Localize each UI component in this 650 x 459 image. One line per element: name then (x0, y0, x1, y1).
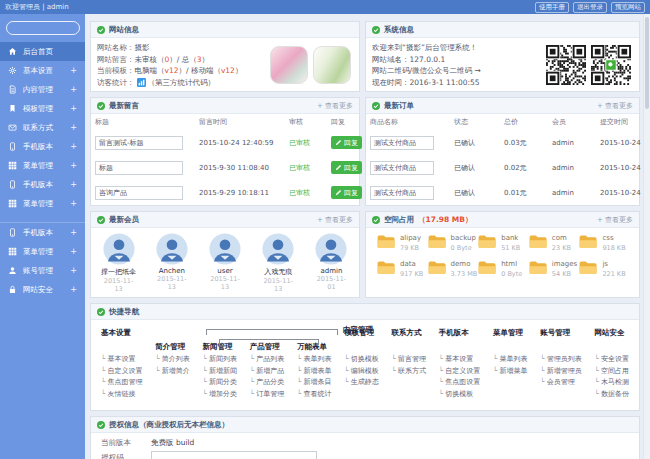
quick-nav-link[interactable]: 管理员列表 (540, 354, 581, 366)
panel-title: 系统信息 (384, 25, 414, 35)
scrollbar[interactable] (643, 14, 650, 459)
message-title-link[interactable]: 咨询产品 (95, 186, 183, 200)
expand-plus-icon[interactable]: + (70, 104, 77, 113)
quick-nav-link[interactable]: 新增产品 (250, 366, 284, 378)
quick-nav-link[interactable]: 焦点图设置 (439, 377, 480, 389)
sidebar-item-content-manage[interactable]: 内容管理+ (0, 80, 85, 99)
sidebar-item-basic-settings[interactable]: 基本设置+ (0, 61, 85, 80)
reply-button[interactable]: 回复 (331, 161, 362, 174)
info-label: 访客统计： (97, 77, 135, 89)
quick-nav-link[interactable]: 新增新闻 (203, 366, 237, 378)
space-total-size: （17.98 MB） (418, 215, 473, 225)
sidebar-item-mobile-version-3[interactable]: 手机版本+ (0, 222, 85, 242)
folder-text: css918 KB (602, 234, 625, 252)
members-view-more-link[interactable]: + 查看更多 (317, 215, 353, 225)
document-icon (8, 85, 17, 94)
sidebar-item-contact-method[interactable]: 联系方式+ (0, 118, 85, 137)
quick-nav-link[interactable]: 新增简介 (155, 366, 189, 378)
quick-nav-link[interactable]: 基本设置 (439, 354, 480, 366)
messages-view-more-link[interactable]: + 查看更多 (317, 101, 353, 111)
sidebar-item-site-security[interactable]: 网站安全+ (0, 280, 85, 299)
expand-plus-icon[interactable]: + (70, 285, 77, 294)
reply-button[interactable]: 回复 (331, 136, 362, 149)
quick-nav-link[interactable]: 订单管理 (250, 389, 284, 401)
quick-nav-link[interactable]: 简介列表 (155, 354, 189, 366)
quick-nav-link[interactable]: 联系方式 (392, 366, 426, 378)
expand-plus-icon[interactable]: + (70, 247, 77, 256)
quick-nav-link[interactable]: 自定义设置 (101, 366, 142, 378)
order-name-link[interactable]: 测试支付商品 (370, 136, 434, 150)
sidebar-item-menu-manage[interactable]: 菜单管理+ (0, 156, 85, 175)
folder-text: data917 KB (400, 260, 423, 278)
folder-name: com (552, 234, 571, 242)
quick-nav-link[interactable]: 新增条目 (297, 377, 331, 389)
quick-nav-link[interactable]: 会员管理 (540, 377, 581, 389)
member-item: 入戏无痕2015-11-13 (261, 233, 296, 293)
sidebar-item-account-manage[interactable]: 账号管理+ (0, 261, 85, 280)
reply-button[interactable]: 回复 (331, 186, 362, 199)
license-code-input[interactable] (151, 451, 317, 459)
expand-plus-icon[interactable]: + (70, 66, 77, 75)
info-value: （第三方统计代码） (148, 77, 216, 89)
expand-plus-icon[interactable]: + (70, 266, 77, 275)
expand-plus-icon[interactable]: + (70, 161, 77, 170)
orders-view-more-link[interactable]: + 查看更多 (597, 101, 633, 111)
panel-space-usage-header: 空间占用 （17.98 MB） + 查看更多 (366, 212, 639, 228)
quick-nav-link[interactable]: 焦点图管理 (101, 377, 142, 389)
message-title-link[interactable]: 留言测试-标题 (95, 136, 183, 150)
expand-plus-icon[interactable]: + (70, 123, 77, 132)
quick-nav-link[interactable]: 新增表单 (297, 366, 331, 378)
space-view-more-link[interactable]: + 查看更多 (597, 215, 633, 225)
panel-latest-members: 最新会员 + 查看更多 撑一把纸伞2015-11-13Anchen2015-11… (90, 211, 360, 298)
quick-nav-link[interactable]: 木马检测 (595, 377, 629, 389)
quick-nav-link[interactable]: 新增管理员 (540, 366, 581, 378)
sidebar-item-mobile-version-2[interactable]: 手机版本+ (0, 175, 85, 194)
message-time-cell: 2015-9-30 11:08:40 (195, 155, 285, 180)
quick-nav-link[interactable]: 留言管理 (392, 354, 426, 366)
quick-nav-link[interactable]: 生成静态 (344, 377, 378, 389)
scrollbar-thumb[interactable] (645, 17, 649, 109)
quick-nav-link[interactable]: 友情链接 (101, 389, 142, 401)
member-name: Anchen (154, 267, 189, 275)
expand-plus-icon[interactable]: + (70, 228, 77, 237)
system-info-line: 网站二维码/微信公众号二维码 → (372, 65, 546, 77)
sidebar-item-template-manage[interactable]: 模板管理+ (0, 99, 85, 118)
quick-nav-link[interactable]: 新闻分类 (203, 377, 237, 389)
quick-nav-link[interactable]: 自定义设置 (439, 366, 480, 378)
pencil-icon (335, 139, 342, 146)
sidebar-item-menu-manage-3[interactable]: 菜单管理+ (0, 242, 85, 261)
quick-nav-link[interactable]: 空间占用 (595, 366, 629, 378)
quick-nav-link[interactable]: 安全设置 (595, 354, 629, 366)
quick-nav-link[interactable]: 产品列表 (250, 354, 284, 366)
expand-plus-icon[interactable]: + (70, 199, 77, 208)
quick-nav-link[interactable]: 增加分类 (203, 389, 237, 401)
quick-nav-link[interactable]: 新增菜单 (493, 366, 527, 378)
expand-plus-icon[interactable]: + (70, 85, 77, 94)
quick-nav-link[interactable]: 查看统计 (297, 389, 331, 401)
topbar-link-preview-site[interactable]: 预览网站 (611, 2, 645, 13)
sidebar-item-mobile-version[interactable]: 手机版本+ (0, 137, 85, 156)
quick-nav-link[interactable]: 基本设置 (101, 354, 142, 366)
topbar-link-manual[interactable]: 使用手册 (535, 2, 569, 13)
message-title-link[interactable]: 标题 (95, 161, 183, 175)
quick-nav-link[interactable]: 数据备份 (595, 389, 629, 401)
quick-nav-link[interactable]: 表单列表 (297, 354, 331, 366)
order-name-link[interactable]: 测试支付商品 (370, 186, 434, 200)
sidebar-search-input[interactable] (6, 21, 80, 35)
sidebar-item-menu-manage-2[interactable]: 菜单管理+ (0, 194, 85, 213)
topbar-link-logout[interactable]: 退出登录 (573, 2, 607, 13)
expand-plus-icon[interactable]: + (70, 180, 77, 189)
order-time-cell: 2015-10-24 19:40:18 (596, 130, 644, 155)
quick-nav-link[interactable]: 菜单列表 (493, 354, 527, 366)
quick-nav-link[interactable]: 编辑模板 (344, 366, 378, 378)
sidebar-item-home[interactable]: 后台首页 (0, 42, 85, 61)
order-name-link[interactable]: 测试支付商品 (370, 161, 434, 175)
expand-plus-icon[interactable]: + (70, 142, 77, 151)
lock-icon (8, 285, 17, 294)
site-info-body: 网站名称：摄影网站留言：未审核（0）/ 总（3）当前模板：电脑端（v12）/ 移… (91, 38, 359, 91)
quick-nav-link[interactable]: 产品分类 (250, 377, 284, 389)
quick-nav-link[interactable]: 切换模板 (344, 354, 378, 366)
quick-nav-link[interactable]: 新闻列表 (203, 354, 237, 366)
folder-size: 3.73 MB (451, 270, 478, 278)
quick-nav-link[interactable]: 切换模板 (439, 389, 480, 401)
